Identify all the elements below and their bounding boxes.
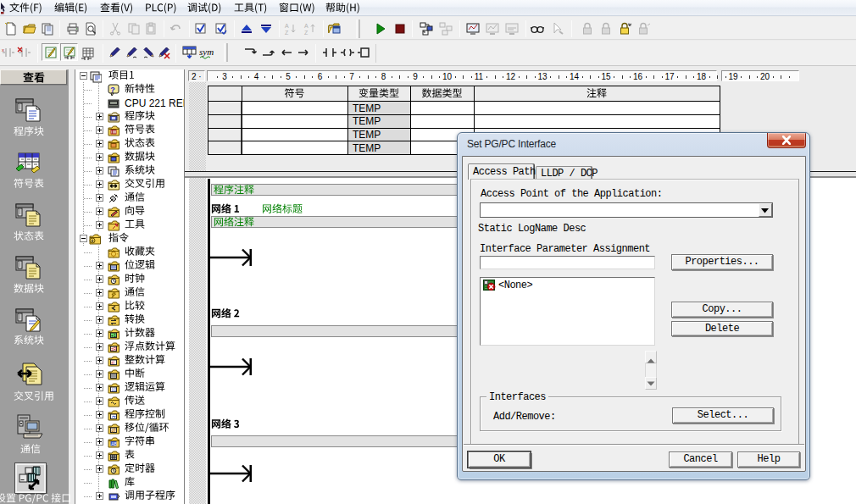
svg-text:A: A [285,23,289,29]
svg-text:±I: ±I [111,360,114,365]
svg-text:±R: ±R [111,346,117,352]
svg-text:?: ? [110,86,115,94]
svg-text:+1: +1 [111,333,116,338]
svg-text:x: x [2,47,4,53]
svg-text:Z: Z [304,30,308,36]
svg-text:AB: AB [111,441,117,446]
svg-text:10: 10 [111,388,116,393]
svg-text:Z: Z [285,30,289,36]
svg-text:sym: sym [199,47,214,57]
svg-text:A: A [304,23,308,29]
